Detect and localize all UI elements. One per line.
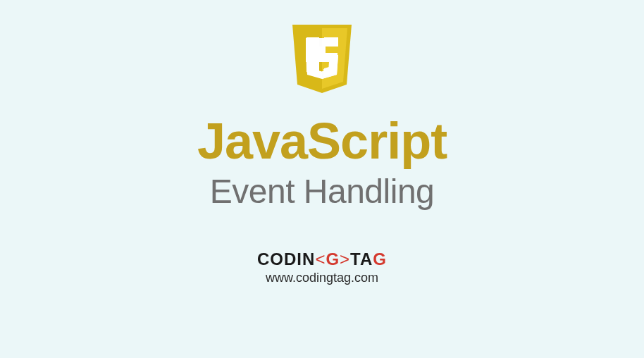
page-title: JavaScript <box>197 116 447 166</box>
svg-rect-3 <box>324 37 338 45</box>
brand-logo: CODIN<G>TAG <box>257 249 387 269</box>
brand-part-ta: TA <box>350 249 373 268</box>
js-shield-icon <box>287 21 357 99</box>
brand-part-g2: G <box>373 249 387 268</box>
brand-url: www.codingtag.com <box>266 271 378 285</box>
brand-part-codin: CODIN <box>257 249 315 268</box>
brand-part-g1: G <box>326 249 340 268</box>
bracket-right-icon: > <box>340 249 350 268</box>
svg-rect-2 <box>311 37 319 68</box>
bracket-left-icon: < <box>315 249 326 268</box>
js-logo <box>287 21 357 101</box>
page-subtitle: Event Handling <box>210 172 435 211</box>
